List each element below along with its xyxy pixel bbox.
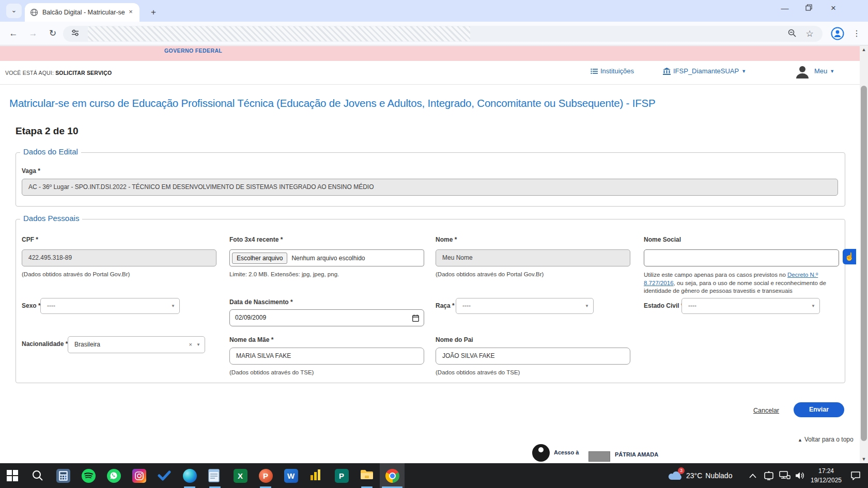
vlibras-accessibility-button[interactable]: ☝ — [843, 249, 856, 264]
scrollbar-thumb[interactable] — [861, 86, 867, 441]
nav-tenant[interactable]: IFSP_DiamanteSUAP ▼ — [663, 67, 746, 75]
tab-close-icon[interactable]: × — [126, 8, 135, 17]
taskbar-search-icon[interactable] — [25, 463, 50, 488]
microsoft-todo-icon[interactable] — [152, 463, 177, 488]
file-status: Nenhum arquivo escolhido — [291, 255, 365, 262]
site-settings-icon[interactable] — [69, 28, 81, 40]
tray-network-icon[interactable] — [779, 463, 791, 488]
address-bar[interactable]: ☆ — [63, 26, 823, 42]
publisher-icon[interactable]: P — [329, 463, 354, 488]
weather-condition: Nublado — [705, 471, 732, 480]
nome-pai-field[interactable]: JOÃO SILVA FAKE — [436, 348, 630, 365]
nome-label: Nome * — [436, 236, 457, 243]
browser-toolbar: ← → ↻ ☆ ⋮ — [0, 22, 868, 45]
sexo-select[interactable]: ----▼ — [40, 298, 180, 314]
bookmark-star-icon[interactable]: ☆ — [804, 28, 815, 40]
window-minimize-button[interactable]: — — [773, 0, 797, 18]
tray-chevron-up-icon[interactable] — [749, 463, 756, 488]
powerpoint-icon[interactable]: P — [253, 463, 278, 488]
power-bi-icon[interactable] — [304, 463, 329, 488]
back-to-top-link[interactable]: ▲Voltar para o topo — [798, 436, 854, 443]
reload-icon[interactable]: ↻ — [45, 26, 60, 41]
edge-icon[interactable] — [177, 463, 202, 488]
tab-list-chevron-icon[interactable]: ⌄ — [6, 4, 22, 18]
browser-menu-icon[interactable]: ⋮ — [851, 26, 862, 41]
chrome-icon[interactable] — [380, 463, 405, 488]
spotify-icon[interactable] — [76, 463, 101, 488]
notepad-icon[interactable] — [203, 463, 227, 488]
calculator-icon[interactable] — [51, 463, 75, 488]
taskbar-clock[interactable]: 17:24 19/12/2025 — [809, 466, 843, 485]
nav-institutions[interactable]: Instituições — [591, 67, 634, 75]
file-explorer-icon[interactable] — [354, 463, 379, 488]
forward-icon[interactable]: → — [26, 26, 40, 41]
vaga-label: Vaga * — [22, 167, 40, 175]
clock-date: 19/12/2025 — [809, 476, 843, 485]
clock-time: 17:24 — [809, 466, 843, 476]
page-scrollbar[interactable]: ▲ ▼ — [860, 45, 868, 463]
weather-widget[interactable]: 3 23°C Nublado — [668, 463, 732, 488]
tab-title: Balcão Digital - Matricular-se e — [42, 9, 126, 16]
calendar-icon[interactable] — [412, 314, 419, 322]
patria-amada-flag — [588, 451, 610, 462]
window-restore-button[interactable] — [797, 0, 820, 18]
scroll-down-icon[interactable]: ▼ — [860, 455, 868, 463]
submit-button[interactable]: Enviar — [794, 402, 844, 417]
raca-select[interactable]: ----▼ — [456, 298, 594, 314]
chevron-down-icon: ▼ — [741, 69, 746, 74]
cancel-link[interactable]: Cancelar — [753, 407, 779, 414]
nome-help: (Dados obtidos através do Portal Gov.Br) — [436, 271, 544, 277]
new-tab-button[interactable]: + — [147, 6, 160, 19]
nome-mae-help: (Dados obtidos através do TSE) — [229, 369, 314, 375]
browser-profile-icon[interactable] — [831, 27, 844, 40]
browser-tab[interactable]: Balcão Digital - Matricular-se e × — [25, 3, 140, 22]
nome-social-help: Utilize este campo apenas para os casos … — [644, 271, 841, 295]
estado-civil-select[interactable]: ----▼ — [681, 298, 820, 314]
fieldset-dados-edital: Dados do Edital Vaga * AC - 36º Lugar - … — [16, 152, 845, 207]
clear-x-icon[interactable]: × — [189, 337, 192, 353]
nome-social-field[interactable] — [644, 249, 839, 266]
back-icon[interactable]: ← — [6, 26, 21, 41]
cpf-field: 422.495.318-89 — [22, 249, 216, 266]
foto-file-input[interactable]: Escolher arquivo Nenhum arquivo escolhid… — [229, 249, 424, 266]
nome-pai-label: Nome do Pai — [436, 336, 473, 343]
nome-social-label: Nome Social — [644, 236, 681, 243]
chevron-down-icon: ▼ — [830, 69, 834, 74]
nome-pai-help: (Dados obtidos através do TSE) — [436, 369, 520, 375]
user-avatar[interactable] — [795, 64, 810, 80]
whatsapp-icon[interactable] — [101, 463, 126, 488]
cpf-label: CPF * — [22, 236, 38, 243]
weather-badge: 3 — [678, 467, 685, 474]
weather-temp: 23°C — [686, 471, 702, 480]
nascimento-date-input[interactable]: 02/09/2009 — [229, 309, 424, 326]
action-center-icon[interactable] — [850, 463, 861, 488]
vaga-field: AC - 36º Lugar - SPO.INT.DSI.2022 - TÉCN… — [22, 179, 838, 196]
cpf-help: (Dados obtidos através do Portal Gov.Br) — [22, 271, 130, 277]
scroll-up-icon[interactable]: ▲ — [860, 45, 868, 54]
nome-mae-label: Nome da Mãe * — [229, 336, 273, 343]
institution-icon — [663, 68, 671, 75]
select-arrow-icon: ▼ — [811, 298, 815, 313]
gov-banner: GOVERNO FEDERAL — [0, 46, 860, 61]
start-button[interactable] — [0, 463, 25, 488]
word-icon[interactable]: W — [278, 463, 303, 488]
breadcrumb-current: SOLICITAR SERVIÇO — [55, 70, 112, 76]
tray-volume-icon[interactable] — [795, 463, 805, 488]
acesso-informacao-logo — [532, 444, 550, 462]
select-arrow-icon: ▼ — [196, 337, 200, 353]
user-menu[interactable]: Meu ▼ — [814, 67, 834, 75]
raca-label: Raça * — [436, 302, 455, 309]
nacionalidade-select[interactable]: Brasileira × ▼ — [68, 336, 205, 353]
nome-mae-field[interactable]: MARIA SILVA FAKE — [229, 348, 424, 365]
estado-civil-label: Estado Civil * — [644, 302, 684, 309]
zoom-out-icon[interactable] — [786, 28, 798, 40]
page-content: GOVERNO FEDERAL VOCÊ ESTÁ AQUI: SOLICITA… — [0, 45, 860, 463]
page-title: Matricular-se em curso de Educação Profi… — [9, 97, 857, 109]
window-close-button[interactable]: × — [822, 0, 845, 18]
browser-tab-strip: ⌄ Balcão Digital - Matricular-se e × + —… — [0, 0, 868, 22]
tray-cast-icon[interactable] — [764, 463, 774, 488]
fieldset-dados-pessoais: Dados Pessoais CPF * 422.495.318-89 (Dad… — [16, 219, 845, 383]
choose-file-button[interactable]: Escolher arquivo — [232, 253, 287, 264]
instagram-icon[interactable] — [127, 463, 151, 488]
excel-icon[interactable]: X — [228, 463, 253, 488]
